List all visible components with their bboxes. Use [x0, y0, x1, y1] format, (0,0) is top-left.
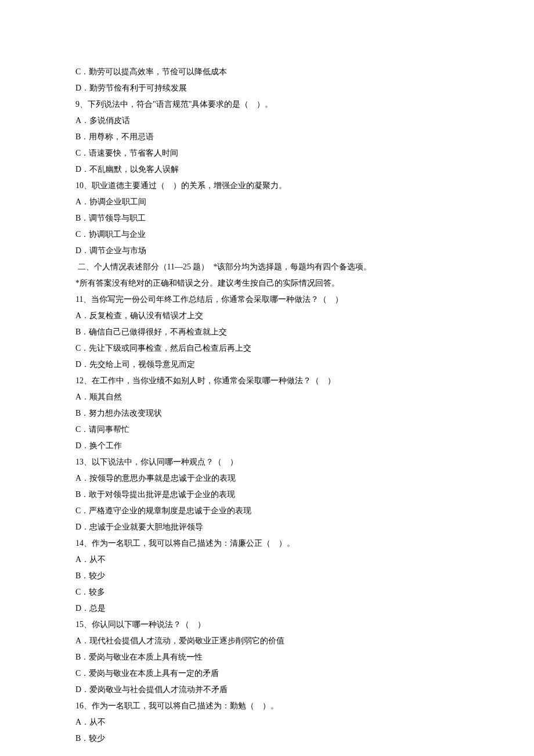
text-line: 12、在工作中，当你业绩不如别人时，你通常会采取哪一种做法？（ ） [75, 373, 459, 389]
text-line: D．爱岗敬业与社会提倡人才流动并不矛盾 [75, 682, 459, 698]
text-line: C．先让下级或同事检查，然后自己检查后再上交 [75, 340, 459, 357]
text-line: A．按领导的意思办事就是忠诚于企业的表现 [75, 470, 459, 487]
text-line: C．协调职工与企业 [75, 226, 459, 243]
text-line: D．调节企业与市场 [75, 243, 459, 259]
text-line: C．较多 [75, 584, 459, 600]
text-line: A．现代社会提倡人才流动，爱岗敬业正逐步削弱它的价值 [75, 633, 459, 649]
text-line: 11、当你写完一份公司年终工作总结后，你通常会采取哪一种做法？（ ） [75, 291, 459, 308]
text-line: B．较少 [75, 568, 459, 584]
text-line: 16、作为一名职工，我可以将自己描述为：勤勉（ ）。 [75, 698, 459, 714]
text-line: A．顺其自然 [75, 389, 459, 405]
text-line: 14、作为一名职工，我可以将自己描述为：清廉公正（ ）。 [75, 535, 459, 552]
text-line: D．忠诚于企业就要大胆地批评领导 [75, 519, 459, 535]
text-line: C．严格遵守企业的规章制度是忠诚于企业的表现 [75, 503, 459, 519]
document-body: C．勤劳可以提高效率，节俭可以降低成本D．勤劳节俭有利于可持续发展9、下列说法中… [75, 64, 459, 747]
text-line: C．爱岗与敬业在本质上具有一定的矛盾 [75, 665, 459, 682]
text-line: B．用尊称，不用忌语 [75, 129, 459, 145]
text-line: B．调节领导与职工 [75, 210, 459, 226]
text-line: D．换个工作 [75, 438, 459, 454]
text-line: B．敢于对领导提出批评是忠诚于企业的表现 [75, 487, 459, 503]
text-line: C．语速要快，节省客人时间 [75, 145, 459, 161]
text-line: B．努力想办法改变现状 [75, 405, 459, 422]
text-line: A．从不 [75, 714, 459, 730]
text-line: B．较少 [75, 730, 459, 747]
text-line: *所有答案没有绝对的正确和错误之分。建议考生按自己的实际情况回答。 [75, 275, 459, 291]
text-line: D．不乱幽默，以免客人误解 [75, 161, 459, 178]
text-line: 二、个人情况表述部分（11—25 题） *该部分均为选择题，每题均有四个备选项。 [75, 259, 459, 275]
text-line: B．爱岗与敬业在本质上具有统一性 [75, 649, 459, 665]
text-line: D．勤劳节俭有利于可持续发展 [75, 80, 459, 96]
text-line: 9、下列说法中，符合"语言规范"具体要求的是（ ）。 [75, 96, 459, 113]
text-line: C．请同事帮忙 [75, 422, 459, 438]
text-line: 13、以下说法中，你认同哪一种观点？（ ） [75, 454, 459, 470]
text-line: B．确信自己已做得很好，不再检查就上交 [75, 324, 459, 340]
text-line: A．多说俏皮话 [75, 113, 459, 129]
text-line: A．反复检查，确认没有错误才上交 [75, 308, 459, 324]
text-line: D．先交给上司，视领导意见而定 [75, 357, 459, 373]
text-line: 15、你认同以下哪一种说法？（ ） [75, 617, 459, 633]
text-line: C．勤劳可以提高效率，节俭可以降低成本 [75, 64, 459, 80]
text-line: 10、职业道德主要通过（ ）的关系，增强企业的凝聚力。 [75, 178, 459, 194]
text-line: D．总是 [75, 600, 459, 617]
text-line: A．从不 [75, 552, 459, 568]
text-line: A．协调企业职工间 [75, 194, 459, 210]
